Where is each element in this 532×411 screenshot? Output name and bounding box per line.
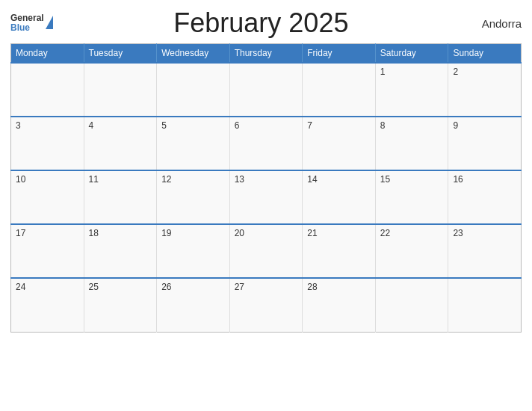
day-number: 25 <box>89 282 99 292</box>
calendar-cell: 9 <box>448 117 522 170</box>
day-number: 8 <box>380 120 386 131</box>
calendar-cell: 4 <box>84 117 157 170</box>
weekday-header-row: Monday Tuesday Wednesday Thursday Friday… <box>11 44 522 64</box>
day-number: 3 <box>16 120 21 131</box>
calendar-cell <box>375 278 448 332</box>
calendar-cell: 22 <box>375 224 448 278</box>
logo-blue-text: Blue <box>10 23 44 33</box>
day-number: 26 <box>161 282 171 292</box>
day-number: 23 <box>453 228 463 238</box>
calendar-cell: 20 <box>229 224 303 278</box>
header-monday: Monday <box>11 44 84 64</box>
calendar-cell: 14 <box>303 170 376 224</box>
calendar-cell: 26 <box>157 278 230 332</box>
calendar-cell: 16 <box>448 170 522 224</box>
day-number: 24 <box>16 282 25 292</box>
calendar-cell: 21 <box>303 224 376 278</box>
header-friday: Friday <box>303 44 376 64</box>
day-number: 19 <box>161 228 171 238</box>
calendar-cell: 6 <box>229 117 303 170</box>
header: General Blue February 2025 Andorra <box>10 7 522 39</box>
day-number: 13 <box>235 174 244 185</box>
day-number: 1 <box>380 67 386 77</box>
calendar-cell: 10 <box>11 170 84 224</box>
calendar-cell: 3 <box>11 117 84 170</box>
calendar-cell: 2 <box>448 63 522 117</box>
calendar-cell <box>84 63 157 117</box>
calendar-cell: 27 <box>229 278 303 332</box>
calendar-cell <box>229 63 303 117</box>
day-number: 27 <box>235 282 244 292</box>
calendar-week-row: 17181920212223 <box>11 224 522 278</box>
calendar-cell: 7 <box>303 117 376 170</box>
calendar-cell: 8 <box>375 117 448 170</box>
calendar-cell: 28 <box>303 278 376 332</box>
header-thursday: Thursday <box>229 44 303 64</box>
calendar-cell: 19 <box>157 224 230 278</box>
calendar-cell: 12 <box>157 170 230 224</box>
day-number: 9 <box>453 120 458 131</box>
day-number: 4 <box>89 120 94 131</box>
header-sunday: Sunday <box>448 44 522 64</box>
day-number: 11 <box>89 174 99 185</box>
header-saturday: Saturday <box>375 44 448 64</box>
day-number: 12 <box>161 174 171 185</box>
day-number: 16 <box>453 174 463 185</box>
day-number: 15 <box>380 174 390 185</box>
calendar-cell: 25 <box>84 278 157 332</box>
day-number: 18 <box>89 228 99 238</box>
day-number: 20 <box>235 228 244 238</box>
calendar-cell: 5 <box>157 117 230 170</box>
calendar-cell: 11 <box>84 170 157 224</box>
calendar-table: Monday Tuesday Wednesday Thursday Friday… <box>10 43 522 333</box>
calendar-cell <box>303 63 376 117</box>
calendar-week-row: 3456789 <box>11 117 522 170</box>
calendar-cell: 24 <box>11 278 84 332</box>
day-number: 5 <box>161 120 167 131</box>
calendar-cell <box>448 278 522 332</box>
logo-triangle-icon <box>46 16 53 29</box>
day-number: 21 <box>307 228 317 238</box>
calendar-cell <box>11 63 84 117</box>
country-label: Andorra <box>469 17 522 30</box>
day-number: 17 <box>16 228 25 238</box>
day-number: 6 <box>235 120 240 131</box>
header-wednesday: Wednesday <box>157 44 230 64</box>
calendar-cell: 23 <box>448 224 522 278</box>
calendar-cell <box>157 63 230 117</box>
day-number: 10 <box>16 174 25 185</box>
calendar-cell: 15 <box>375 170 448 224</box>
calendar-week-row: 12 <box>11 63 522 117</box>
header-tuesday: Tuesday <box>84 44 157 64</box>
calendar-page: General Blue February 2025 Andorra Monda… <box>0 0 532 411</box>
day-number: 14 <box>307 174 317 185</box>
day-number: 7 <box>307 120 312 131</box>
calendar-week-row: 2425262728 <box>11 278 522 332</box>
calendar-week-row: 10111213141516 <box>11 170 522 224</box>
calendar-cell: 17 <box>11 224 84 278</box>
month-title: February 2025 <box>53 7 469 39</box>
calendar-cell: 13 <box>229 170 303 224</box>
day-number: 28 <box>307 282 317 292</box>
calendar-cell: 1 <box>375 63 448 117</box>
calendar-cell: 18 <box>84 224 157 278</box>
calendar-body: 1234567891011121314151617181920212223242… <box>11 63 522 332</box>
logo: General Blue <box>10 13 53 33</box>
day-number: 22 <box>380 228 390 238</box>
day-number: 2 <box>453 67 458 77</box>
